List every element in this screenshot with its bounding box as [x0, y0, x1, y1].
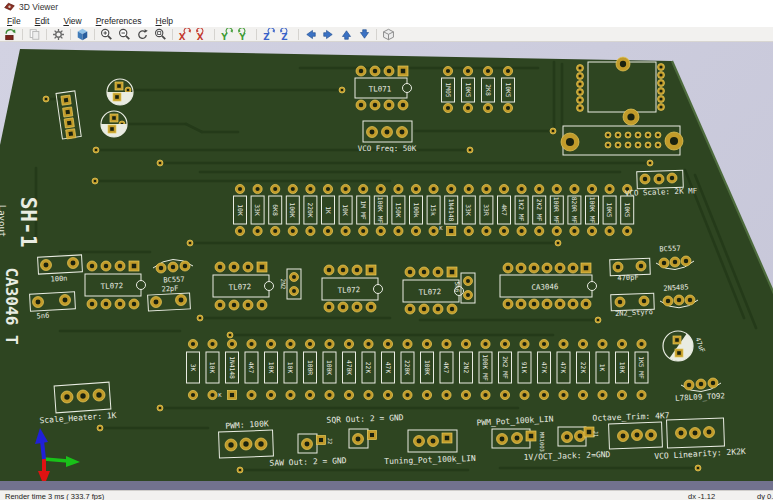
window-title: 3D Viewer — [19, 2, 58, 12]
svg-text:22K: 22K — [580, 362, 587, 374]
svg-text:10K5: 10K5 — [624, 202, 631, 217]
render-time-status: Render time 3 ms ( 333.7 fps) — [5, 492, 104, 500]
menu-item-preferences[interactable]: Preferences — [89, 16, 149, 26]
svg-text:Y: Y — [238, 31, 246, 40]
zoom-out-button[interactable] — [116, 27, 133, 41]
svg-text:TL071: TL071 — [369, 84, 392, 93]
toolbar-separator — [70, 29, 71, 40]
dx-status: dx -1.12 — [688, 492, 715, 500]
svg-text:10K: 10K — [209, 362, 216, 374]
rotate-y-cw-button[interactable]: Y — [218, 27, 235, 41]
reload-board-button[interactable] — [2, 27, 19, 41]
move-down-button[interactable] — [356, 27, 373, 41]
svg-text:1M MF: 1M MF — [360, 201, 367, 220]
menu-bar: File Edit View Preferences Help — [0, 14, 773, 27]
rotate-z-cw-button[interactable]: Z — [260, 27, 277, 41]
toolbar-separator — [46, 29, 47, 40]
toolbar-separator — [22, 29, 23, 40]
svg-text:100n: 100n — [50, 274, 67, 283]
svg-text:33K: 33K — [465, 204, 472, 216]
svg-text:X: X — [197, 31, 204, 40]
svg-text:J2: J2 — [327, 438, 333, 445]
render-cube-button[interactable] — [74, 27, 91, 41]
svg-text:470pF: 470pF — [617, 273, 638, 282]
svg-text:22K: 22K — [365, 362, 372, 374]
svg-text:5n6: 5n6 — [454, 282, 461, 293]
svg-text:4K7: 4K7 — [248, 362, 255, 374]
svg-text:100K MF: 100K MF — [377, 197, 384, 224]
svg-text:10K5: 10K5 — [505, 82, 512, 97]
svg-text:220K: 220K — [307, 202, 314, 217]
svg-text:2N2: 2N2 — [463, 362, 470, 374]
svg-text:1K: 1K — [325, 206, 332, 214]
3d-viewer-window: 3D Viewer File Edit View Preferences Hel… — [0, 0, 773, 500]
svg-text:2K8: 2K8 — [485, 84, 492, 96]
svg-text:33K: 33K — [254, 204, 261, 216]
svg-text:TL072: TL072 — [229, 282, 252, 292]
svg-text:100k: 100k — [413, 202, 420, 217]
svg-text:2N5485: 2N5485 — [663, 283, 689, 292]
rotate-z-ccw-button[interactable]: Z — [278, 27, 295, 41]
svg-text:TL072: TL072 — [338, 285, 361, 295]
svg-text:1K: 1K — [599, 364, 606, 372]
svg-text:2K2 MF: 2K2 MF — [502, 356, 509, 379]
toolbar-separator — [298, 29, 299, 40]
copy-image-button[interactable] — [26, 27, 43, 41]
move-right-button[interactable] — [320, 27, 337, 41]
svg-text:820R MF: 820R MF — [571, 197, 578, 224]
svg-text:1N4148: 1N4148 — [229, 356, 236, 379]
svg-text:5n6: 5n6 — [36, 312, 49, 321]
svg-text:TL072: TL072 — [419, 287, 442, 297]
menu-item-edit[interactable]: Edit — [28, 16, 57, 26]
svg-text:1M05: 1M05 — [445, 82, 452, 97]
svg-text:220K: 220K — [404, 360, 411, 375]
svg-text:BC557: BC557 — [659, 244, 680, 253]
svg-text:10K: 10K — [268, 362, 275, 374]
status-bar: Render time 3 ms ( 333.7 fps) dx -1.12 d… — [0, 490, 773, 500]
svg-text:100K: 100K — [424, 360, 431, 375]
zoom-in-button[interactable] — [98, 27, 115, 41]
menu-item-view[interactable]: View — [56, 16, 88, 26]
rotate-x-ccw-button[interactable]: X — [194, 27, 211, 41]
rotate-y-ccw-button[interactable]: Y — [236, 27, 253, 41]
svg-text:10K: 10K — [237, 204, 244, 216]
svg-text:470K: 470K — [346, 360, 353, 375]
svg-text:91K: 91K — [521, 362, 528, 374]
render-settings-gear-button[interactable] — [50, 27, 67, 41]
toolbar-separator — [172, 29, 173, 40]
svg-text:TL072: TL072 — [101, 281, 124, 291]
svg-text:100R: 100R — [307, 360, 314, 375]
svg-text:100K MF: 100K MF — [482, 354, 489, 381]
title-bar: 3D Viewer — [0, 0, 773, 14]
svg-text:4K7: 4K7 — [443, 362, 450, 374]
svg-text:CA3046: CA3046 — [531, 282, 559, 292]
rotate-x-cw-button[interactable]: X — [176, 27, 193, 41]
pcb-3d-icon — [4, 1, 15, 14]
svg-text:47K: 47K — [385, 362, 392, 374]
move-left-button[interactable] — [302, 27, 319, 41]
svg-text:CA3046 T: CA3046 T — [2, 267, 21, 344]
svg-text:4K7: 4K7 — [501, 204, 508, 216]
svg-text:1N4148: 1N4148 — [448, 199, 455, 222]
toolbar: X X Y Y Z Z — [0, 27, 773, 42]
redraw-view-button[interactable] — [134, 27, 151, 41]
viewport-3d[interactable]: 10K33K6K8100K220K1K10K1M MF100K MF150K10… — [0, 42, 773, 481]
svg-text:10K: 10K — [287, 362, 294, 374]
move-up-button[interactable] — [338, 27, 355, 41]
svg-text:Z: Z — [281, 31, 287, 40]
svg-text:100R MF: 100R MF — [553, 197, 560, 224]
zoom-fit-button[interactable] — [152, 27, 169, 41]
svg-text:33R: 33R — [483, 204, 490, 216]
toolbar-separator — [256, 29, 257, 40]
svg-text:Layout: Layout — [0, 205, 7, 238]
svg-text:1K2 MF: 1K2 MF — [518, 199, 525, 222]
svg-text:100K MF: 100K MF — [589, 197, 596, 224]
toolbar-separator — [376, 29, 377, 40]
ortho-projection-button[interactable] — [380, 27, 397, 41]
svg-text:VCO Freq: 50K: VCO Freq: 50K — [358, 144, 417, 153]
svg-text:10K: 10K — [342, 204, 349, 216]
svg-text:2N2: 2N2 — [280, 279, 287, 290]
menu-item-file[interactable]: File — [0, 16, 28, 26]
svg-text:15k: 15k — [430, 204, 437, 216]
menu-item-help[interactable]: Help — [149, 16, 180, 26]
